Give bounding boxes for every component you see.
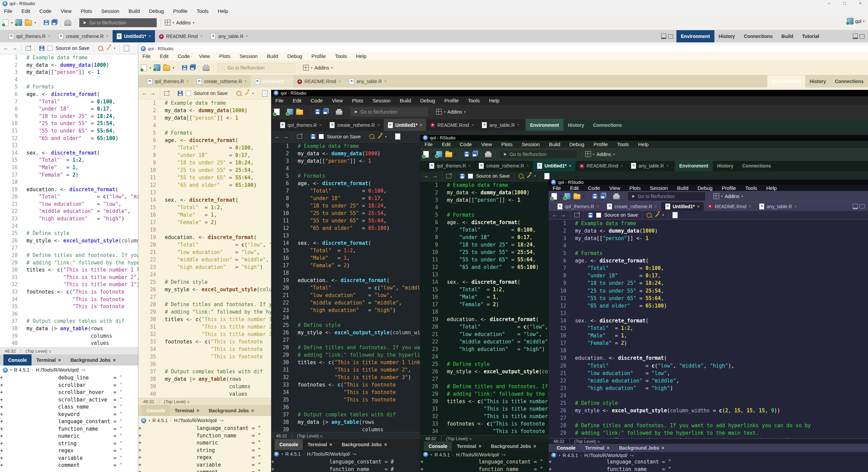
code-tools-icon[interactable] bbox=[377, 134, 382, 139]
save-all-icon[interactable] bbox=[600, 194, 605, 199]
source-tab-untitled1-[interactable]: RUntitled1*× bbox=[533, 161, 575, 171]
source-tab-qol-themes-r[interactable]: Rqol_themes.R× bbox=[276, 119, 326, 131]
env-tab-connections[interactable]: Connections bbox=[830, 75, 868, 87]
open-file-caret[interactable]: ▾ bbox=[35, 21, 36, 24]
console-tab-terminal[interactable]: Terminal× bbox=[452, 441, 486, 451]
scope-selector[interactable]: (Top Level) ⇅ bbox=[297, 433, 322, 438]
menu-item-tools[interactable]: Tools bbox=[335, 53, 347, 59]
new-file-caret[interactable]: ▾ bbox=[11, 21, 13, 24]
source-tab-readme-rmd[interactable]: RREADME.Rmd× bbox=[155, 30, 206, 42]
new-file-icon[interactable] bbox=[3, 19, 8, 26]
pane-layout-icon[interactable] bbox=[436, 109, 442, 115]
tab-close-icon[interactable]: × bbox=[468, 163, 471, 168]
tab-close-icon[interactable]: × bbox=[244, 79, 247, 84]
source-tab-create-rstheme-r[interactable]: Rcreate_rstheme.R× bbox=[475, 161, 533, 171]
tab-close-icon[interactable]: × bbox=[246, 34, 248, 39]
goto-file-function-input[interactable]: ➤Go to file/function bbox=[350, 107, 428, 117]
source-on-save-checkbox[interactable] bbox=[319, 134, 324, 139]
env-tab-connections[interactable]: Connections bbox=[589, 119, 626, 131]
menu-item-code[interactable]: Code bbox=[39, 8, 52, 14]
open-directory-icon[interactable]: ↪ bbox=[502, 452, 506, 457]
save-icon[interactable] bbox=[464, 152, 469, 157]
open-file-icon[interactable] bbox=[573, 194, 580, 199]
open-file-caret[interactable]: ▾ bbox=[173, 66, 175, 70]
env-tab-connections[interactable]: Connections bbox=[738, 161, 775, 171]
save-all-icon[interactable] bbox=[323, 109, 328, 114]
source-tab-qol-themes-r[interactable]: Rqol_themes.R× bbox=[425, 161, 475, 171]
tab-close-icon[interactable]: × bbox=[655, 204, 657, 209]
new-project-icon[interactable] bbox=[154, 64, 160, 71]
new-file-icon[interactable] bbox=[141, 64, 147, 71]
r-version-icon[interactable]: R bbox=[141, 418, 146, 423]
tab-close-icon[interactable]: × bbox=[200, 34, 202, 39]
menu-item-build[interactable]: Build bbox=[267, 53, 278, 59]
code-tools-caret[interactable]: ▾ bbox=[114, 46, 116, 50]
goto-file-function-input[interactable]: ➤Go to file/function bbox=[79, 18, 157, 27]
r-version-caret[interactable]: ▾ bbox=[559, 454, 560, 457]
source-on-save-checkbox[interactable] bbox=[596, 213, 601, 218]
source-tab-create-rstheme-r[interactable]: Rcreate_rstheme.R× bbox=[193, 75, 251, 87]
pane-layout-caret[interactable]: ▾ bbox=[444, 110, 446, 114]
forward-icon[interactable]: → bbox=[283, 134, 289, 140]
save-icon[interactable] bbox=[315, 109, 320, 114]
new-project-icon[interactable] bbox=[287, 109, 293, 115]
env-tab-history[interactable]: History bbox=[713, 161, 738, 171]
open-file-icon[interactable] bbox=[296, 110, 303, 115]
new-project-icon[interactable] bbox=[564, 193, 571, 199]
env-tab-tutorial[interactable]: Tutorial bbox=[798, 30, 824, 42]
addins-caret[interactable]: ▾ bbox=[193, 21, 194, 24]
source-tab-any-table-r[interactable]: Rany_table.R× bbox=[755, 202, 801, 211]
source-tab-qol-themes-r[interactable]: Rqol_themes.R× bbox=[5, 30, 54, 42]
back-icon[interactable]: ← bbox=[3, 45, 9, 51]
tab-close-icon[interactable]: × bbox=[527, 163, 529, 168]
pane-layout-icon[interactable] bbox=[165, 20, 171, 25]
find-replace-icon[interactable] bbox=[518, 174, 524, 179]
source-tab-qol-themes-r[interactable]: Rqol_themes.R× bbox=[553, 202, 603, 211]
addins-label[interactable]: Addins bbox=[176, 20, 191, 25]
tab-close-icon[interactable]: × bbox=[596, 204, 599, 209]
addins-caret[interactable]: ▾ bbox=[464, 110, 466, 114]
menu-item-build[interactable]: Build bbox=[549, 141, 560, 147]
tab-close-icon[interactable]: × bbox=[666, 163, 669, 168]
find-replace-icon[interactable] bbox=[98, 46, 103, 51]
code-tools-icon[interactable] bbox=[244, 91, 249, 96]
menu-item-build[interactable]: Build bbox=[400, 98, 411, 103]
compile-report-icon[interactable] bbox=[395, 133, 400, 140]
source-tab-create-rstheme-r[interactable]: Rcreate_rstheme.R× bbox=[603, 202, 661, 211]
code-editor[interactable]: 1# Example data frame2my_data <- dummy_d… bbox=[549, 220, 868, 438]
tab-close-icon[interactable]: × bbox=[620, 163, 623, 168]
menu-item-file[interactable]: File bbox=[425, 141, 433, 147]
pane-layout-caret[interactable]: ▾ bbox=[311, 66, 313, 70]
menu-item-debug[interactable]: Debug bbox=[149, 8, 164, 14]
print-icon[interactable] bbox=[613, 195, 620, 199]
addins-caret[interactable]: ▾ bbox=[613, 153, 615, 156]
menu-item-plots[interactable]: Plots bbox=[629, 185, 640, 191]
menu-item-debug[interactable]: Debug bbox=[569, 141, 584, 147]
source-tab-create-rstheme-r[interactable]: Rcreate_rstheme.R× bbox=[326, 119, 383, 131]
console-tab-console[interactable]: Console bbox=[424, 441, 452, 451]
console-tab-background-jobs[interactable]: Background Jobs× bbox=[204, 405, 259, 416]
code-tools-icon[interactable] bbox=[527, 174, 531, 178]
tab-close-icon[interactable]: × bbox=[533, 444, 536, 449]
menu-item-code[interactable]: Code bbox=[311, 98, 323, 103]
goto-file-function-input[interactable]: ➤Go to file/function bbox=[217, 63, 295, 73]
save-icon[interactable] bbox=[39, 46, 44, 51]
menu-item-view[interactable]: View bbox=[199, 53, 210, 59]
open-file-icon[interactable] bbox=[25, 20, 32, 26]
env-tab-environment[interactable]: Environment bbox=[676, 30, 714, 42]
print-icon[interactable] bbox=[336, 110, 342, 115]
addins-label[interactable]: Addins bbox=[725, 194, 739, 199]
console-tab-terminal[interactable]: Terminal× bbox=[32, 354, 66, 366]
tab-close-icon[interactable]: × bbox=[58, 357, 61, 363]
restore-button[interactable]: □ bbox=[837, 0, 852, 7]
save-icon[interactable] bbox=[588, 213, 593, 218]
find-replace-icon[interactable] bbox=[647, 213, 652, 218]
env-tab-connections[interactable]: Connections bbox=[739, 30, 777, 42]
menu-item-file[interactable]: File bbox=[275, 98, 283, 103]
addins-label[interactable]: Addins bbox=[597, 152, 611, 157]
env-tab-history[interactable]: History bbox=[564, 119, 589, 131]
source-tab-untitled1-[interactable]: RUntitled1*× bbox=[113, 30, 155, 42]
console-tab-background-jobs[interactable]: Background Jobs× bbox=[486, 441, 541, 451]
env-tab-history[interactable]: History bbox=[714, 30, 739, 42]
source-tab-readme-rmd[interactable]: RREADME.Rmd× bbox=[426, 119, 478, 131]
